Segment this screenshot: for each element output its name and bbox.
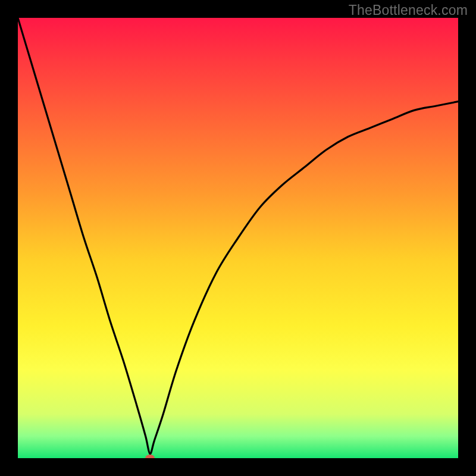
bottleneck-chart	[18, 18, 458, 458]
watermark-text: TheBottleneck.com	[349, 2, 468, 18]
chart-frame: TheBottleneck.com	[0, 0, 476, 476]
plot-area	[18, 18, 458, 458]
